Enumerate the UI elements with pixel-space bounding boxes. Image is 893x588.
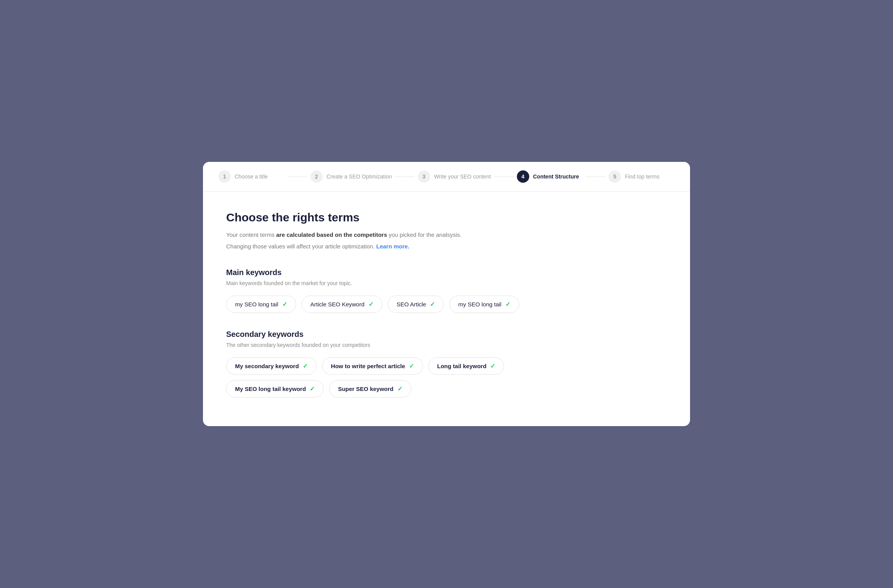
- secondary-keywords-row2: My SEO long tail keyword ✓ Super SEO key…: [226, 380, 667, 398]
- step-2-circle: 2: [310, 170, 323, 183]
- sec-check-icon-1: ✓: [303, 362, 308, 370]
- secondary-keywords-desc: The other secondary keywords founded on …: [226, 342, 667, 348]
- step-4-circle: 4: [517, 170, 529, 183]
- step-1-circle: 1: [218, 170, 231, 183]
- main-card: 1 Choose a title 2 Create a SEO Optimiza…: [203, 162, 690, 426]
- sec-check-icon-2: ✓: [409, 362, 414, 370]
- sec-chip-3[interactable]: Long tail keyword ✓: [428, 357, 504, 375]
- sec-chip-2[interactable]: How to write perfect article ✓: [322, 357, 423, 375]
- check-icon-1: ✓: [282, 301, 287, 308]
- step-1[interactable]: 1 Choose a title: [218, 170, 285, 183]
- stepper: 1 Choose a title 2 Create a SEO Optimiza…: [203, 162, 690, 192]
- sec-chip-5-label: Super SEO keyword: [338, 386, 393, 392]
- step-divider-3: [494, 177, 514, 177]
- step-4-label: Content Structure: [533, 173, 579, 180]
- check-icon-2: ✓: [368, 301, 373, 308]
- step-3[interactable]: 3 Write your SEO content: [418, 170, 491, 183]
- main-keywords-desc: Main keywords founded on the market for …: [226, 280, 667, 286]
- sec-chip-4[interactable]: My SEO long tail keyword ✓: [226, 380, 324, 398]
- sec-chip-2-label: How to write perfect article: [331, 363, 405, 369]
- main-chip-4-label: my SEO long tail: [458, 301, 501, 308]
- step-3-circle: 3: [418, 170, 430, 183]
- sec-chip-1-label: My secondary keyword: [235, 363, 299, 369]
- check-icon-3: ✓: [430, 301, 435, 308]
- page-desc-1: Your content terms are calculated based …: [226, 230, 667, 240]
- main-chip-1-label: my SEO long tail: [235, 301, 278, 308]
- main-chip-3[interactable]: SEO Article ✓: [388, 296, 444, 313]
- step-2[interactable]: 2 Create a SEO Optimization: [310, 170, 392, 183]
- step-1-label: Choose a title: [235, 173, 268, 180]
- step-4[interactable]: 4 Content Structure: [517, 170, 583, 183]
- step-2-label: Create a SEO Optimization: [327, 173, 392, 180]
- main-chip-2-label: Article SEO Keyword: [310, 301, 365, 308]
- step-5-label: Find top terms: [625, 173, 659, 180]
- main-chip-3-label: SEO Article: [397, 301, 426, 308]
- step-5-circle: 5: [608, 170, 621, 183]
- sec-chip-1[interactable]: My secondary keyword ✓: [226, 357, 317, 375]
- main-keywords-section: Main keywords Main keywords founded on t…: [226, 268, 667, 313]
- step-divider-4: [586, 177, 605, 177]
- learn-more-link[interactable]: Learn more.: [376, 243, 409, 250]
- page-title: Choose the rights terms: [226, 211, 667, 224]
- sec-check-icon-4: ✓: [310, 385, 315, 393]
- step-5[interactable]: 5 Find top terms: [608, 170, 675, 183]
- secondary-keywords-title: Secondary keywords: [226, 330, 667, 339]
- sec-chip-5[interactable]: Super SEO keyword ✓: [329, 380, 411, 398]
- main-chip-4[interactable]: my SEO long tail ✓: [449, 296, 519, 313]
- secondary-keywords-row1: My secondary keyword ✓ How to write perf…: [226, 357, 667, 375]
- step-divider-2: [395, 177, 415, 177]
- step-3-label: Write your SEO content: [434, 173, 491, 180]
- page-desc-2: Changing those values will affect your a…: [226, 242, 667, 251]
- content-area: Choose the rights terms Your content ter…: [203, 192, 690, 426]
- check-icon-4: ✓: [505, 301, 510, 308]
- secondary-keywords-section: Secondary keywords The other secondary k…: [226, 330, 667, 398]
- sec-check-icon-3: ✓: [490, 362, 495, 370]
- main-chip-2[interactable]: Article SEO Keyword ✓: [302, 296, 382, 313]
- sec-check-icon-5: ✓: [397, 385, 402, 393]
- main-keywords-title: Main keywords: [226, 268, 667, 277]
- main-keywords-chips: my SEO long tail ✓ Article SEO Keyword ✓…: [226, 296, 667, 313]
- main-chip-1[interactable]: my SEO long tail ✓: [226, 296, 296, 313]
- sec-chip-3-label: Long tail keyword: [437, 363, 487, 369]
- step-divider-1: [288, 177, 307, 177]
- sec-chip-4-label: My SEO long tail keyword: [235, 386, 306, 392]
